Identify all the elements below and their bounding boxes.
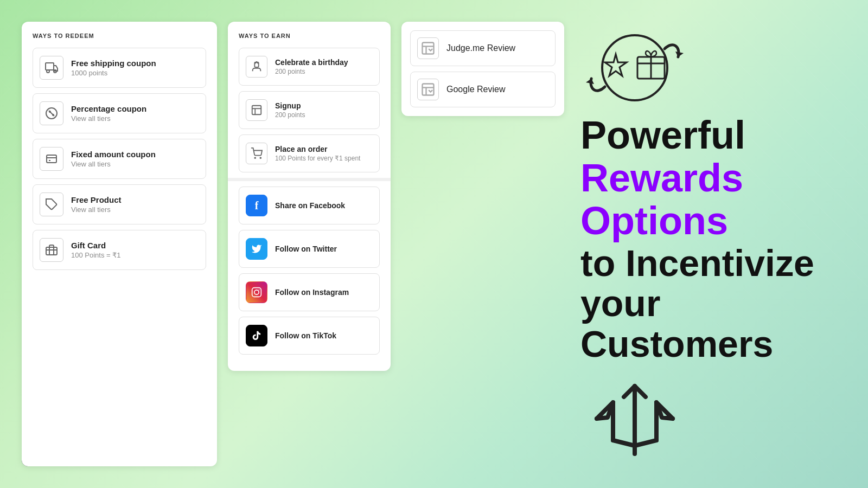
svg-rect-7 bbox=[47, 155, 56, 163]
earn-item-birthday[interactable]: Celebrate a birthday 200 points bbox=[239, 48, 380, 86]
redeem-item-gift-card[interactable]: Gift Card 100 Points = ₹1 bbox=[33, 230, 206, 270]
earn-subtitle-birthday: 200 points bbox=[275, 68, 348, 75]
redeem-text-gift-card: Gift Card 100 Points = ₹1 bbox=[71, 241, 120, 259]
earn-section-divider bbox=[228, 178, 391, 181]
ways-to-redeem-panel: WAYS TO REDEEM Free shipping coupon 1000… bbox=[22, 22, 217, 466]
tiktok-icon bbox=[246, 325, 267, 346]
earn-text-birthday: Celebrate a birthday 200 points bbox=[275, 58, 348, 75]
gift-card-icon bbox=[40, 238, 63, 262]
svg-point-18 bbox=[254, 157, 256, 158]
earn-text-facebook: Share on Facebook bbox=[275, 201, 345, 210]
earn-subtitle-signup: 200 points bbox=[275, 111, 305, 119]
svg-point-22 bbox=[259, 290, 260, 291]
instagram-icon bbox=[246, 281, 267, 303]
earn-item-facebook[interactable]: f Share on Facebook bbox=[239, 187, 380, 224]
earn-text-instagram: Follow on Instagram bbox=[275, 288, 349, 297]
redeem-item-percentage[interactable]: Percentage coupon View all tiers bbox=[33, 93, 206, 133]
ways-to-earn-panel: WAYS TO EARN Celebrate a birthday 200 po… bbox=[228, 22, 391, 371]
judgeme-icon bbox=[417, 37, 439, 59]
hero-line2: Rewards Options bbox=[580, 157, 841, 242]
earn-title-facebook: Share on Facebook bbox=[275, 201, 345, 210]
redeem-panel-title: WAYS TO REDEEM bbox=[33, 33, 206, 39]
hero-section: Powerful Rewards Options to Incentivize … bbox=[575, 22, 846, 466]
earn-item-place-order[interactable]: Place an order 100 Points for every ₹1 s… bbox=[239, 134, 380, 172]
svg-rect-26 bbox=[423, 84, 434, 95]
review-item-google[interactable]: Google Review bbox=[410, 72, 556, 107]
redeem-item-fixed-amount[interactable]: Fixed amount coupon View all tiers bbox=[33, 139, 206, 179]
hero-bottom-icon bbox=[580, 370, 689, 457]
earn-text-tiktok: Follow on TikTok bbox=[275, 331, 336, 340]
free-product-icon bbox=[40, 192, 63, 216]
earn-text-signup: Signup 200 points bbox=[275, 101, 305, 119]
earn-title-signup: Signup bbox=[275, 101, 305, 110]
redeem-title-gift-card: Gift Card bbox=[71, 241, 120, 250]
earn-item-tiktok[interactable]: Follow on TikTok bbox=[239, 317, 380, 355]
svg-rect-15 bbox=[252, 106, 261, 115]
hero-line3: to Incentivize bbox=[580, 243, 841, 284]
svg-point-19 bbox=[260, 157, 261, 158]
redeem-text-free-shipping: Free shipping coupon 1000 points bbox=[71, 59, 156, 77]
review-item-judgeme[interactable]: Judge.me Review bbox=[410, 30, 556, 66]
redeem-subtitle-free-product: View all tiers bbox=[71, 206, 122, 214]
middle-right-section: Judge.me Review Google Review bbox=[401, 22, 564, 466]
main-layout: WAYS TO REDEEM Free shipping coupon 1000… bbox=[0, 0, 868, 488]
hero-top-icons bbox=[580, 33, 689, 103]
earn-text-place-order: Place an order 100 Points for every ₹1 s… bbox=[275, 145, 360, 162]
redeem-text-free-product: Free Product View all tiers bbox=[71, 195, 122, 214]
svg-rect-20 bbox=[252, 288, 261, 297]
redeem-text-percentage: Percentage coupon View all tiers bbox=[71, 104, 146, 123]
redeem-subtitle-fixed-amount: View all tiers bbox=[71, 160, 156, 168]
earn-item-twitter[interactable]: Follow on Twitter bbox=[239, 230, 380, 268]
facebook-icon: f bbox=[246, 195, 267, 216]
signup-icon bbox=[246, 99, 267, 121]
earn-panel-title: WAYS TO EARN bbox=[239, 33, 380, 39]
svg-point-5 bbox=[49, 111, 50, 112]
earn-title-instagram: Follow on Instagram bbox=[275, 288, 349, 297]
twitter-icon bbox=[246, 238, 267, 260]
earn-subtitle-place-order: 100 Points for every ₹1 spent bbox=[275, 155, 360, 162]
review-label-judgeme: Judge.me Review bbox=[446, 43, 515, 53]
svg-point-21 bbox=[254, 290, 259, 294]
truck-icon bbox=[40, 56, 63, 80]
earn-text-twitter: Follow on Twitter bbox=[275, 245, 337, 253]
redeem-subtitle-free-shipping: 1000 points bbox=[71, 69, 156, 77]
earn-title-place-order: Place an order bbox=[275, 145, 360, 153]
earn-item-instagram[interactable]: Follow on Instagram bbox=[239, 273, 380, 311]
google-icon bbox=[417, 79, 439, 100]
redeem-text-fixed-amount: Fixed amount coupon View all tiers bbox=[71, 150, 156, 168]
fixed-amount-icon bbox=[40, 147, 63, 171]
redeem-item-free-product[interactable]: Free Product View all tiers bbox=[33, 184, 206, 224]
earn-title-birthday: Celebrate a birthday bbox=[275, 58, 348, 67]
svg-rect-23 bbox=[423, 43, 434, 54]
hero-text-block: Powerful Rewards Options to Incentivize … bbox=[580, 114, 841, 364]
reviews-panel: Judge.me Review Google Review bbox=[401, 22, 564, 116]
hero-line4: your Customers bbox=[580, 283, 841, 364]
svg-point-6 bbox=[53, 114, 54, 115]
redeem-title-fixed-amount: Fixed amount coupon bbox=[71, 150, 156, 159]
svg-rect-0 bbox=[46, 63, 54, 70]
earn-item-signup[interactable]: Signup 200 points bbox=[239, 91, 380, 129]
redeem-title-free-shipping: Free shipping coupon bbox=[71, 59, 156, 68]
review-label-google: Google Review bbox=[446, 85, 506, 94]
hero-line1: Powerful bbox=[580, 114, 841, 157]
redeem-title-free-product: Free Product bbox=[71, 195, 122, 204]
redeem-subtitle-percentage: View all tiers bbox=[71, 114, 146, 123]
svg-rect-11 bbox=[46, 247, 57, 255]
earn-title-twitter: Follow on Twitter bbox=[275, 245, 337, 253]
earn-title-tiktok: Follow on TikTok bbox=[275, 331, 336, 340]
redeem-item-free-shipping[interactable]: Free shipping coupon 1000 points bbox=[33, 48, 206, 88]
cart-icon bbox=[246, 143, 267, 164]
svg-point-1 bbox=[47, 70, 49, 73]
birthday-icon bbox=[246, 56, 267, 78]
svg-marker-30 bbox=[605, 54, 627, 76]
redeem-title-percentage: Percentage coupon bbox=[71, 104, 146, 113]
percent-icon bbox=[40, 101, 63, 125]
redeem-subtitle-gift-card: 100 Points = ₹1 bbox=[71, 251, 120, 259]
